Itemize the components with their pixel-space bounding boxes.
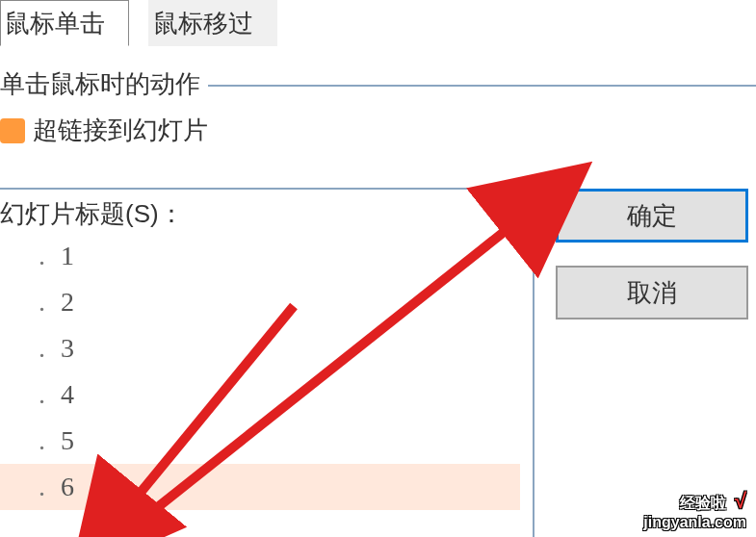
slide-list[interactable]: .1.2.3.4.5.6: [0, 233, 520, 510]
tab-label: 鼠标移过: [153, 7, 253, 40]
dialog-title-row: 超链接到幻灯片: [0, 114, 756, 147]
list-item-label: 5: [61, 425, 74, 455]
list-item[interactable]: .5: [0, 418, 520, 464]
list-item[interactable]: .3: [0, 325, 520, 371]
list-item-prefix: .: [39, 379, 45, 409]
tab-mouse-hover[interactable]: 鼠标移过: [148, 0, 277, 46]
button-label: 确定: [627, 201, 677, 230]
fieldset-click-action: 单击鼠标时的动作: [0, 85, 756, 87]
list-item-prefix: .: [39, 241, 45, 270]
hyperlink-icon: [0, 118, 25, 143]
list-item-label: 3: [61, 333, 74, 363]
list-item-label: 1: [61, 241, 74, 270]
cancel-button[interactable]: 取消: [556, 266, 748, 320]
list-item-label: 6: [61, 472, 74, 501]
list-item-prefix: .: [39, 287, 45, 317]
list-item[interactable]: .2: [0, 279, 520, 325]
list-item[interactable]: .4: [0, 371, 520, 418]
list-item-label: 2: [61, 287, 74, 317]
list-item-label: 4: [61, 379, 74, 409]
list-item-prefix: .: [39, 425, 45, 455]
tab-bar: 鼠标单击 鼠标移过: [0, 0, 756, 46]
ok-button[interactable]: 确定: [556, 189, 748, 243]
check-icon: √: [735, 489, 746, 513]
list-item-prefix: .: [39, 472, 45, 501]
tab-mouse-click[interactable]: 鼠标单击: [0, 0, 129, 46]
tab-label: 鼠标单击: [5, 7, 105, 40]
dialog-title-text: 超链接到幻灯片: [33, 114, 208, 147]
list-item[interactable]: .6: [0, 464, 520, 510]
list-item-prefix: .: [39, 333, 45, 363]
fieldset-legend: 单击鼠标时的动作: [0, 67, 208, 101]
slide-list-group: 幻灯片标题(S)： .1.2.3.4.5.6: [0, 188, 534, 537]
list-item[interactable]: .1: [0, 233, 520, 279]
button-label: 取消: [627, 278, 677, 307]
watermark-text: 经验啦: [680, 495, 726, 511]
watermark: 经验啦 √ jingyanla.com: [643, 489, 746, 531]
dialog-buttons: 确定 取消: [556, 189, 748, 320]
watermark-url: jingyanla.com: [643, 514, 746, 531]
slide-list-label: 幻灯片标题(S)：: [0, 197, 533, 231]
